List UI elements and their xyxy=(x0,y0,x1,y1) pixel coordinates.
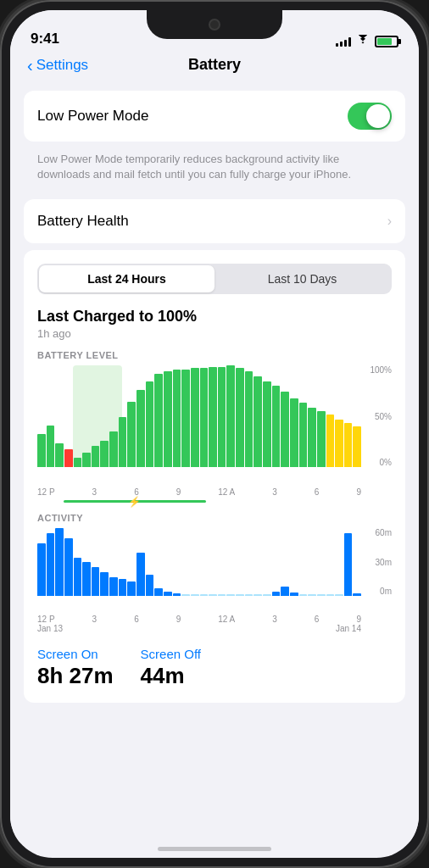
battery-bar xyxy=(127,402,136,468)
page-title: Battery xyxy=(188,56,241,74)
battery-health-row[interactable]: Battery Health › xyxy=(24,199,405,243)
activity-bar xyxy=(92,567,100,596)
charge-title: Last Charged to 100% xyxy=(37,308,392,326)
screen-stats: Screen On 8h 27m Screen Off 44m xyxy=(37,647,392,689)
act-x-3b: 3 xyxy=(272,615,277,624)
nav-bar: ‹ Settings Battery xyxy=(10,53,419,84)
battery-bar xyxy=(335,420,343,467)
activity-bar xyxy=(173,593,181,596)
camera-dot xyxy=(209,19,220,31)
activity-label-30: 30m xyxy=(365,558,392,567)
battery-fill xyxy=(377,38,392,45)
battery-bar xyxy=(92,446,100,467)
charge-subtitle: 1h ago xyxy=(37,327,392,340)
low-power-toggle[interactable] xyxy=(348,103,392,130)
activity-bar xyxy=(290,593,298,597)
activity-bar xyxy=(308,594,316,596)
signal-icon xyxy=(336,36,351,47)
grid-label-100: 100% xyxy=(365,365,392,375)
battery-health-section: Battery Health › xyxy=(24,199,405,243)
act-x-9b: 9 xyxy=(356,615,361,624)
activity-bar xyxy=(55,528,64,596)
screen-off-label: Screen Off xyxy=(141,647,201,661)
battery-bar xyxy=(55,443,64,467)
activity-bar xyxy=(74,558,82,597)
activity-bar xyxy=(82,562,91,596)
activity-bar xyxy=(164,592,172,597)
low-power-description: Low Power Mode temporarily reduces backg… xyxy=(24,148,405,192)
wifi-icon xyxy=(356,35,370,47)
battery-bar xyxy=(200,368,209,467)
activity-bar xyxy=(119,579,127,597)
battery-status-icon xyxy=(375,36,398,47)
phone-frame: 9:41 xyxy=(0,0,429,868)
act-x-12a: 12 A xyxy=(218,615,235,624)
back-button[interactable]: ‹ Settings xyxy=(27,57,88,74)
activity-bar xyxy=(335,594,343,596)
time-segment-control[interactable]: Last 24 Hours Last 10 Days xyxy=(37,264,392,294)
x-label-9b: 9 xyxy=(356,487,361,497)
notch xyxy=(147,10,282,39)
battery-bar xyxy=(290,398,298,468)
battery-bar xyxy=(263,381,271,468)
activity-bar xyxy=(281,587,289,596)
date-labels: Jan 13 Jan 14 xyxy=(37,624,392,633)
grid-label-50: 50% xyxy=(365,412,392,421)
activity-bar xyxy=(209,594,217,596)
chevron-right-icon: › xyxy=(387,214,392,229)
battery-bar xyxy=(308,408,316,468)
battery-bar xyxy=(146,381,154,468)
x-label-9: 9 xyxy=(176,487,181,497)
battery-bar xyxy=(272,386,281,467)
activity-bar xyxy=(299,594,308,596)
battery-bar xyxy=(326,415,335,467)
charging-indicator: ⚡ xyxy=(37,500,392,503)
activity-bar xyxy=(226,594,235,596)
back-label: Settings xyxy=(36,57,88,74)
activity-bar xyxy=(100,572,109,597)
date-jan13: Jan 13 xyxy=(37,624,63,633)
low-power-section: Low Power Mode xyxy=(24,91,405,142)
screen-on-label: Screen On xyxy=(37,647,114,661)
tab-10-days[interactable]: Last 10 Days xyxy=(214,265,390,292)
toggle-knob xyxy=(366,104,390,128)
battery-bar xyxy=(37,434,46,468)
screen-off-stat: Screen Off 44m xyxy=(141,647,201,689)
battery-bar xyxy=(218,367,226,468)
x-label-12a: 12 A xyxy=(218,487,235,497)
signal-bar-2 xyxy=(340,42,343,47)
act-x-6b: 6 xyxy=(315,615,320,624)
act-x-3: 3 xyxy=(92,615,98,624)
activity-bar xyxy=(353,593,361,596)
activity-bar xyxy=(37,543,46,597)
act-x-6: 6 xyxy=(134,615,139,624)
signal-bar-3 xyxy=(344,40,347,47)
home-indicator[interactable] xyxy=(158,847,271,851)
signal-bar-1 xyxy=(336,43,338,47)
battery-bar xyxy=(236,368,244,467)
act-x-12p: 12 P xyxy=(37,615,55,624)
battery-bar xyxy=(100,441,109,467)
activity-bar xyxy=(191,594,199,596)
x-label-3b: 3 xyxy=(272,487,277,497)
date-jan14: Jan 14 xyxy=(336,624,361,633)
battery-bar xyxy=(254,376,262,467)
tab-24-hours[interactable]: Last 24 Hours xyxy=(39,265,214,292)
activity-bar xyxy=(236,594,244,596)
charging-bolt-icon: ⚡ xyxy=(128,496,141,508)
phone-screen: 9:41 xyxy=(10,10,419,858)
battery-bar xyxy=(82,453,91,467)
activity-bar xyxy=(47,533,55,596)
grid-label-0: 0% xyxy=(365,458,392,467)
battery-bar xyxy=(317,411,326,467)
battery-bar xyxy=(344,423,353,467)
x-label-12p: 12 P xyxy=(37,487,55,497)
activity-x-labels: 12 P 3 6 9 12 A 3 6 9 xyxy=(37,615,392,624)
low-power-row: Low Power Mode xyxy=(24,91,405,142)
screen-off-value: 44m xyxy=(141,663,201,689)
activity-bar xyxy=(200,594,209,596)
activity-bar xyxy=(317,594,326,596)
battery-bar xyxy=(299,403,308,467)
activity-bar xyxy=(326,594,335,596)
content-area: Low Power Mode Low Power Mode temporaril… xyxy=(10,84,419,842)
